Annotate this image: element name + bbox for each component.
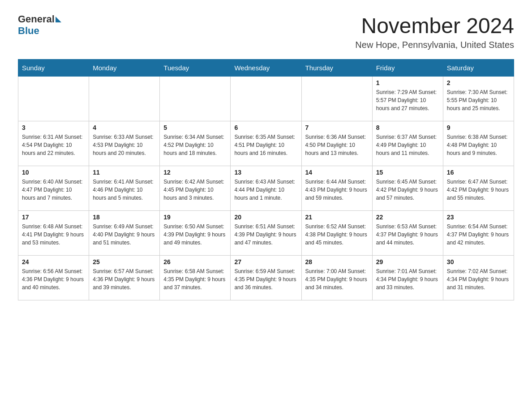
day-number: 14: [305, 169, 369, 176]
calendar-subtitle: New Hope, Pennsylvania, United States: [355, 40, 514, 50]
day-number: 19: [163, 214, 227, 221]
calendar-day-cell: 5Sunrise: 6:34 AM Sunset: 4:52 PM Daylig…: [160, 121, 231, 166]
day-number: 27: [234, 258, 297, 265]
calendar-header-row: SundayMondayTuesdayWednesdayThursdayFrid…: [18, 60, 514, 77]
calendar-day-cell: [18, 77, 89, 121]
calendar-day-cell: 7Sunrise: 6:36 AM Sunset: 4:50 PM Daylig…: [301, 121, 372, 166]
day-number: 26: [163, 258, 227, 265]
calendar-week-row: 24Sunrise: 6:56 AM Sunset: 4:36 PM Dayli…: [18, 256, 514, 300]
day-number: 30: [447, 258, 510, 265]
day-number: 2: [447, 79, 510, 86]
day-number: 16: [447, 169, 510, 176]
calendar-day-cell: 15Sunrise: 6:45 AM Sunset: 4:42 PM Dayli…: [372, 166, 443, 211]
day-info: Sunrise: 6:51 AM Sunset: 4:39 PM Dayligh…: [234, 223, 297, 247]
day-info: Sunrise: 6:50 AM Sunset: 4:39 PM Dayligh…: [163, 223, 227, 247]
day-of-week-header: Saturday: [443, 60, 514, 77]
day-of-week-header: Wednesday: [231, 60, 301, 77]
calendar-day-cell: 17Sunrise: 6:48 AM Sunset: 4:41 PM Dayli…: [18, 211, 89, 256]
calendar-day-cell: 27Sunrise: 6:59 AM Sunset: 4:35 PM Dayli…: [231, 256, 301, 300]
calendar-day-cell: 29Sunrise: 7:01 AM Sunset: 4:34 PM Dayli…: [372, 256, 443, 300]
day-info: Sunrise: 6:44 AM Sunset: 4:43 PM Dayligh…: [305, 178, 369, 202]
calendar-day-cell: [231, 77, 301, 121]
day-info: Sunrise: 6:54 AM Sunset: 4:37 PM Dayligh…: [447, 223, 510, 247]
calendar-day-cell: 20Sunrise: 6:51 AM Sunset: 4:39 PM Dayli…: [231, 211, 301, 256]
day-info: Sunrise: 6:38 AM Sunset: 4:48 PM Dayligh…: [447, 133, 510, 157]
calendar-day-cell: 12Sunrise: 6:42 AM Sunset: 4:45 PM Dayli…: [160, 166, 231, 211]
calendar-day-cell: 11Sunrise: 6:41 AM Sunset: 4:46 PM Dayli…: [89, 166, 160, 211]
day-number: 1: [376, 79, 439, 86]
calendar-week-row: 1Sunrise: 7:29 AM Sunset: 5:57 PM Daylig…: [18, 77, 514, 121]
calendar-day-cell: 18Sunrise: 6:49 AM Sunset: 4:40 PM Dayli…: [89, 211, 160, 256]
calendar-day-cell: 21Sunrise: 6:52 AM Sunset: 4:38 PM Dayli…: [301, 211, 372, 256]
day-info: Sunrise: 6:42 AM Sunset: 4:45 PM Dayligh…: [163, 178, 227, 202]
calendar-day-cell: [301, 77, 372, 121]
day-number: 20: [234, 214, 297, 221]
logo-general-text: General: [18, 13, 55, 25]
day-number: 11: [93, 169, 156, 176]
day-of-week-header: Sunday: [18, 60, 89, 77]
day-info: Sunrise: 6:33 AM Sunset: 4:53 PM Dayligh…: [93, 133, 156, 157]
calendar-table: SundayMondayTuesdayWednesdayThursdayFrid…: [18, 59, 514, 300]
day-info: Sunrise: 7:00 AM Sunset: 4:35 PM Dayligh…: [305, 267, 369, 291]
calendar-day-cell: 9Sunrise: 6:38 AM Sunset: 4:48 PM Daylig…: [443, 121, 514, 166]
day-info: Sunrise: 6:36 AM Sunset: 4:50 PM Dayligh…: [305, 133, 369, 157]
calendar-day-cell: 30Sunrise: 7:02 AM Sunset: 4:34 PM Dayli…: [443, 256, 514, 300]
day-info: Sunrise: 6:31 AM Sunset: 4:54 PM Dayligh…: [22, 133, 85, 157]
day-of-week-header: Monday: [89, 60, 160, 77]
day-info: Sunrise: 7:02 AM Sunset: 4:34 PM Dayligh…: [447, 267, 510, 291]
calendar-day-cell: 8Sunrise: 6:37 AM Sunset: 4:49 PM Daylig…: [372, 121, 443, 166]
calendar-day-cell: 24Sunrise: 6:56 AM Sunset: 4:36 PM Dayli…: [18, 256, 89, 300]
day-info: Sunrise: 6:40 AM Sunset: 4:47 PM Dayligh…: [22, 178, 85, 202]
calendar-day-cell: 25Sunrise: 6:57 AM Sunset: 4:36 PM Dayli…: [89, 256, 160, 300]
title-area: November 2024 New Hope, Pennsylvania, Un…: [355, 13, 514, 50]
calendar-week-row: 10Sunrise: 6:40 AM Sunset: 4:47 PM Dayli…: [18, 166, 514, 211]
day-number: 28: [305, 258, 369, 265]
calendar-title: November 2024: [355, 13, 514, 38]
day-info: Sunrise: 6:43 AM Sunset: 4:44 PM Dayligh…: [234, 178, 297, 202]
calendar-day-cell: 16Sunrise: 6:47 AM Sunset: 4:42 PM Dayli…: [443, 166, 514, 211]
day-number: 18: [93, 214, 156, 221]
calendar-day-cell: 10Sunrise: 6:40 AM Sunset: 4:47 PM Dayli…: [18, 166, 89, 211]
calendar-day-cell: 14Sunrise: 6:44 AM Sunset: 4:43 PM Dayli…: [301, 166, 372, 211]
day-of-week-header: Thursday: [301, 60, 372, 77]
calendar-day-cell: 1Sunrise: 7:29 AM Sunset: 5:57 PM Daylig…: [372, 77, 443, 121]
day-info: Sunrise: 7:01 AM Sunset: 4:34 PM Dayligh…: [376, 267, 439, 291]
calendar-day-cell: 4Sunrise: 6:33 AM Sunset: 4:53 PM Daylig…: [89, 121, 160, 166]
calendar-day-cell: 6Sunrise: 6:35 AM Sunset: 4:51 PM Daylig…: [231, 121, 301, 166]
logo-line2: Blue: [18, 25, 39, 37]
day-info: Sunrise: 6:57 AM Sunset: 4:36 PM Dayligh…: [93, 267, 156, 291]
day-number: 23: [447, 214, 510, 221]
calendar-day-cell: 3Sunrise: 6:31 AM Sunset: 4:54 PM Daylig…: [18, 121, 89, 166]
logo: General Blue: [18, 13, 61, 37]
day-of-week-header: Friday: [372, 60, 443, 77]
calendar-day-cell: 19Sunrise: 6:50 AM Sunset: 4:39 PM Dayli…: [160, 211, 231, 256]
day-number: 7: [305, 124, 369, 131]
calendar-day-cell: 28Sunrise: 7:00 AM Sunset: 4:35 PM Dayli…: [301, 256, 372, 300]
calendar-day-cell: 2Sunrise: 7:30 AM Sunset: 5:55 PM Daylig…: [443, 77, 514, 121]
day-number: 6: [234, 124, 297, 131]
day-info: Sunrise: 6:41 AM Sunset: 4:46 PM Dayligh…: [93, 178, 156, 202]
day-info: Sunrise: 6:34 AM Sunset: 4:52 PM Dayligh…: [163, 133, 227, 157]
header: General Blue November 2024 New Hope, Pen…: [18, 13, 514, 50]
calendar-day-cell: [89, 77, 160, 121]
day-info: Sunrise: 6:58 AM Sunset: 4:35 PM Dayligh…: [163, 267, 227, 291]
day-info: Sunrise: 6:37 AM Sunset: 4:49 PM Dayligh…: [376, 133, 439, 157]
calendar-day-cell: 26Sunrise: 6:58 AM Sunset: 4:35 PM Dayli…: [160, 256, 231, 300]
day-number: 4: [93, 124, 156, 131]
day-info: Sunrise: 6:48 AM Sunset: 4:41 PM Dayligh…: [22, 223, 85, 247]
day-number: 12: [163, 169, 227, 176]
day-number: 15: [376, 169, 439, 176]
day-number: 9: [447, 124, 510, 131]
logo-blue-text: Blue: [18, 25, 39, 36]
day-info: Sunrise: 6:59 AM Sunset: 4:35 PM Dayligh…: [234, 267, 297, 291]
calendar-day-cell: 13Sunrise: 6:43 AM Sunset: 4:44 PM Dayli…: [231, 166, 301, 211]
day-of-week-header: Tuesday: [160, 60, 231, 77]
day-number: 13: [234, 169, 297, 176]
day-info: Sunrise: 7:30 AM Sunset: 5:55 PM Dayligh…: [447, 88, 510, 112]
calendar-week-row: 17Sunrise: 6:48 AM Sunset: 4:41 PM Dayli…: [18, 211, 514, 256]
day-number: 29: [376, 258, 439, 265]
day-info: Sunrise: 6:47 AM Sunset: 4:42 PM Dayligh…: [447, 178, 510, 202]
day-number: 17: [22, 214, 85, 221]
day-info: Sunrise: 6:53 AM Sunset: 4:37 PM Dayligh…: [376, 223, 439, 247]
day-info: Sunrise: 6:45 AM Sunset: 4:42 PM Dayligh…: [376, 178, 439, 202]
